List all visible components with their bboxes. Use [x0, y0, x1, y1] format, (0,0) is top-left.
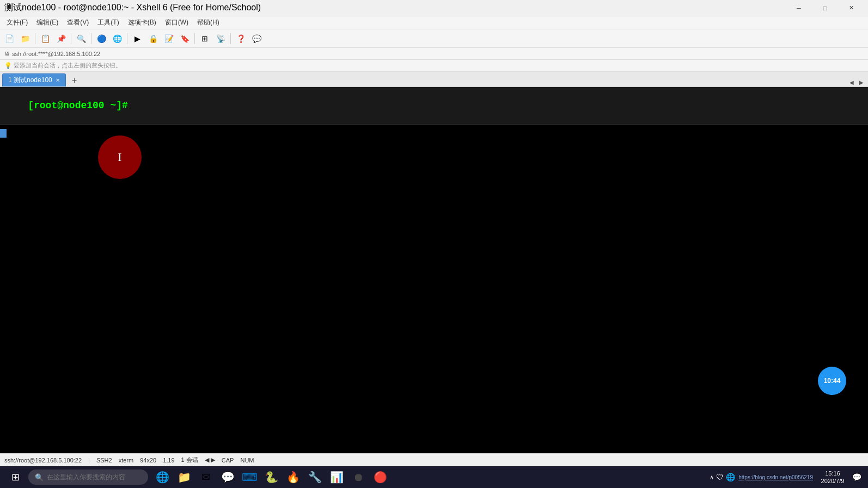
taskbar-edge-icon[interactable]: 🌐: [152, 467, 172, 487]
taskbar-wechat-icon[interactable]: 💬: [218, 467, 237, 487]
menu-tools[interactable]: 工具(T): [93, 17, 123, 28]
cursor-circle: I: [98, 135, 142, 179]
taskbar-powerpoint-icon[interactable]: 📊: [327, 467, 346, 487]
toolbar-layout[interactable]: ⊞: [198, 32, 212, 46]
tray-chevron[interactable]: ∧: [710, 474, 714, 481]
status-arrows: ◀ ▶: [205, 456, 215, 464]
taskbar-redapp-icon[interactable]: 🔴: [370, 467, 390, 487]
taskbar-explorer-icon[interactable]: 📁: [174, 467, 194, 487]
start-button[interactable]: ⊞: [4, 467, 26, 487]
toolbar-session-mgr[interactable]: 🌐: [110, 32, 124, 46]
toolbar-help[interactable]: ❓: [234, 32, 248, 46]
tab-node100[interactable]: 1 测试node100 ✕: [2, 73, 66, 87]
tab-arrows: ◀ ▶: [847, 78, 868, 87]
toolbar-search[interactable]: 🔍: [74, 32, 88, 46]
toolbar-sep-5: [194, 33, 195, 44]
session-connection: ssh://root:****@192.168.5.100:22: [12, 51, 100, 57]
tab-bar: 1 测试node100 ✕ + ◀ ▶: [0, 72, 868, 87]
clock-circle: 10:44: [818, 367, 846, 395]
toolbar-script[interactable]: ▶: [130, 32, 144, 46]
minimize-button[interactable]: ─: [786, 0, 811, 16]
search-icon: 🔍: [35, 473, 44, 481]
hint-text: 要添加当前会话，点击左侧的蓝头按钮。: [14, 61, 121, 70]
window-controls: ─ □ ✕: [786, 0, 864, 16]
menu-bar: 文件(F) 编辑(E) 查看(V) 工具(T) 选项卡(B) 窗口(W) 帮助(…: [0, 16, 868, 29]
left-indicator: [0, 129, 7, 138]
clock-date-display: 2020/7/9: [821, 477, 845, 485]
search-input[interactable]: [47, 473, 139, 481]
terminal-prompt: [root@node100 ~]#: [28, 100, 128, 111]
taskbar-mail-icon[interactable]: ✉: [196, 467, 216, 487]
notification-icon[interactable]: 💬: [852, 473, 861, 481]
toolbar-new-session[interactable]: 📄: [2, 32, 16, 46]
tab-close-icon[interactable]: ✕: [56, 77, 60, 83]
toolbar-sep-6: [230, 33, 231, 44]
toolbar-sep-4: [127, 33, 127, 44]
taskbar-icons: 🌐 📁 ✉ 💬 ⌨ 🐍 🔥 🔧 📊 ⏺ 🔴: [152, 467, 390, 487]
status-terminal: xterm: [119, 457, 134, 464]
taskbar-screenrec-icon[interactable]: ⏺: [349, 467, 368, 487]
title-bar: 测试node100 - root@node100:~ - Xshell 6 (F…: [0, 0, 868, 16]
status-sessions: 1 会话: [181, 456, 198, 464]
taskbar-search[interactable]: 🔍: [28, 470, 148, 485]
taskbar-python-icon[interactable]: 🐍: [261, 467, 281, 487]
status-protocol: SSH2: [96, 457, 112, 464]
text-cursor-icon: I: [118, 150, 121, 164]
toolbar-copy[interactable]: 📋: [38, 32, 52, 46]
session-bar: 🖥 ssh://root:****@192.168.5.100:22: [0, 48, 868, 60]
toolbar-connect[interactable]: 🔵: [94, 32, 108, 46]
taskbar: ⊞ 🔍 🌐 📁 ✉ 💬 ⌨ 🐍 🔥 🔧 📊 ⏺ 🔴 ∧ 🛡 🌐 https://…: [0, 466, 868, 488]
status-bar: ssh://root@192.168.5.100:22 | SSH2 xterm…: [0, 453, 868, 466]
taskbar-browser-icon[interactable]: 🔥: [283, 467, 303, 487]
session-icon: 🖥: [4, 51, 10, 57]
menu-window[interactable]: 窗口(W): [161, 17, 193, 28]
status-size: 94x20: [140, 457, 156, 464]
taskbar-tool1-icon[interactable]: 🔧: [305, 467, 325, 487]
toolbar: 📄 📁 📋 📌 🔍 🔵 🌐 ▶ 🔒 📝 🔖 ⊞ 📡 ❓ 💬: [0, 29, 868, 48]
tray-security[interactable]: 🛡: [716, 473, 724, 481]
terminal-prompt-line[interactable]: [root@node100 ~]#: [0, 87, 868, 125]
toolbar-broadcast[interactable]: 📡: [213, 32, 228, 46]
taskbar-right: ∧ 🛡 🌐 https://blog.csdn.net/p0056219 15:…: [710, 470, 864, 485]
toolbar-chat[interactable]: 💬: [249, 32, 264, 46]
toolbar-open[interactable]: 📁: [18, 32, 32, 46]
tray-network[interactable]: 🌐: [726, 473, 735, 481]
clock-time-display: 15:16: [825, 470, 840, 477]
terminal-body[interactable]: I 10:44: [0, 125, 868, 453]
toolbar-lock[interactable]: 🔒: [146, 32, 160, 46]
new-tab-button[interactable]: +: [68, 75, 81, 87]
tab-label: 1 测试node100: [8, 76, 52, 85]
tab-next-arrow[interactable]: ▶: [857, 78, 866, 87]
status-num: NUM: [240, 457, 254, 464]
menu-edit[interactable]: 编辑(E): [32, 17, 63, 28]
toolbar-log[interactable]: 📝: [162, 32, 176, 46]
toolbar-sep-2: [71, 33, 71, 44]
toolbar-paste[interactable]: 📌: [54, 32, 68, 46]
toolbar-sep-1: [35, 33, 35, 44]
clock-time: 10:44: [824, 377, 841, 385]
hint-bar: 💡 要添加当前会话，点击左侧的蓝头按钮。: [0, 60, 868, 72]
status-connection: ssh://root@192.168.5.100:22: [4, 457, 82, 464]
hint-icon: 💡: [4, 62, 12, 69]
menu-help[interactable]: 帮助(H): [193, 17, 224, 28]
taskbar-tray: ∧ 🛡 🌐: [710, 473, 735, 481]
toolbar-sep-3: [91, 33, 91, 44]
tab-prev-arrow[interactable]: ◀: [847, 78, 856, 87]
menu-tabs[interactable]: 选项卡(B): [124, 17, 161, 28]
status-cap: CAP: [222, 457, 234, 464]
toolbar-bookmark[interactable]: 🔖: [178, 32, 192, 46]
taskbar-clock: 15:16 2020/7/9: [816, 470, 849, 485]
menu-file[interactable]: 文件(F): [2, 17, 32, 28]
terminal-area[interactable]: [root@node100 ~]# I 10:44: [0, 87, 868, 453]
menu-view[interactable]: 查看(V): [63, 17, 93, 28]
taskbar-vscode-icon[interactable]: ⌨: [240, 467, 259, 487]
status-position: 1,19: [163, 457, 174, 464]
maximize-button[interactable]: □: [812, 0, 838, 16]
window-title: 测试node100 - root@node100:~ - Xshell 6 (F…: [4, 2, 261, 14]
taskbar-url[interactable]: https://blog.csdn.net/p0056219: [738, 474, 813, 480]
close-button[interactable]: ✕: [839, 0, 864, 16]
